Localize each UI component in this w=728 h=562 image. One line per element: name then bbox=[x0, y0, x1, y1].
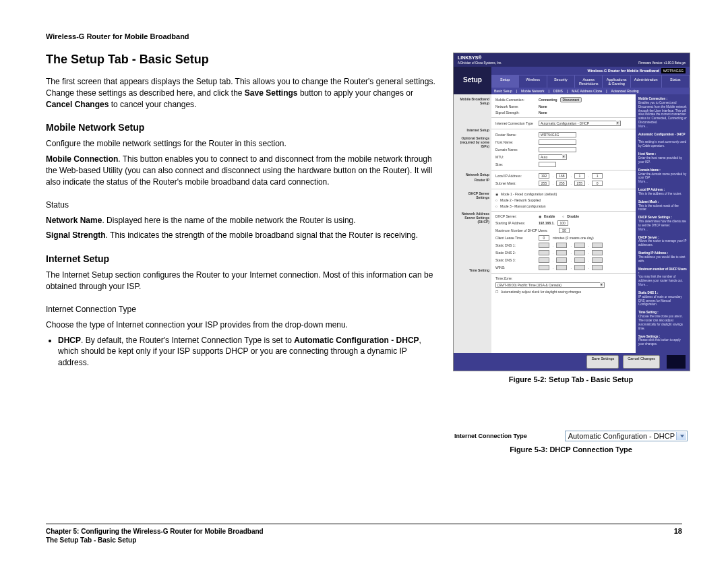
tab-access[interactable]: Access Restrictions bbox=[575, 75, 603, 88]
heading-ict: Internet Connection Type bbox=[46, 305, 437, 314]
doc-header: Wireless-G Router for Mobile Broadband bbox=[46, 32, 682, 40]
heading-internet-setup: Internet Setup bbox=[46, 253, 437, 264]
ss-button-bar: Save Settings Cancel Changes bbox=[454, 353, 690, 371]
mode2-radio[interactable] bbox=[495, 198, 497, 202]
cancel-changes-button[interactable]: Cancel Changes bbox=[623, 355, 660, 369]
ss-main-tabs: Setup Wireless Security Access Restricti… bbox=[491, 75, 690, 88]
footer-page-number: 18 bbox=[674, 527, 682, 544]
router-ui-screenshot: LINKSYS®A Division of Cisco Systems, Inc… bbox=[453, 53, 690, 371]
disconnect-button[interactable]: Disconnect bbox=[560, 97, 582, 102]
host-name-input[interactable] bbox=[539, 139, 576, 145]
save-settings-button[interactable]: Save Settings bbox=[586, 355, 619, 369]
chevron-down-icon bbox=[680, 435, 684, 437]
tz-select[interactable]: (GMT-08:00) Pacific Time (USA & Canada) bbox=[495, 282, 605, 288]
main-columns: The Setup Tab - Basic Setup The first sc… bbox=[46, 53, 682, 454]
tab-security[interactable]: Security bbox=[547, 75, 575, 88]
fig53-label: Internet Connection Type bbox=[454, 433, 527, 439]
tab-apps[interactable]: Applications & Gaming bbox=[603, 75, 630, 88]
tab-status[interactable]: Status bbox=[662, 75, 690, 88]
document-page: Wireless-G Router for Mobile Broadband T… bbox=[0, 0, 728, 562]
mobile-config-text: Configure the mobile network settings fo… bbox=[46, 138, 437, 150]
ss-help: Mobile Connection :Enables you to Connec… bbox=[636, 94, 690, 353]
ict-list: DHCP. By default, the Router's Internet … bbox=[58, 335, 437, 369]
dhcp-bullet: DHCP. By default, the Router's Internet … bbox=[58, 335, 437, 369]
network-name-text: Network Name. Displayed here is the name… bbox=[46, 215, 437, 226]
fig53-select[interactable]: Automatic Configuration - DHCP bbox=[565, 431, 688, 441]
tab-wireless[interactable]: Wireless bbox=[519, 75, 547, 88]
page-footer: Chapter 5: Configuring the Wireless-G Ro… bbox=[46, 524, 682, 544]
mtu-select[interactable]: Auto bbox=[539, 154, 567, 160]
dhcp-enable-radio[interactable] bbox=[539, 214, 541, 218]
left-column: The Setup Tab - Basic Setup The first sc… bbox=[46, 53, 437, 454]
router-name-input[interactable]: WRT54G3G bbox=[539, 132, 576, 137]
figure-5-2: LINKSYS®A Division of Cisco Systems, Inc… bbox=[453, 53, 689, 383]
footer-chapter: Chapter 5: Configuring the Wireless-G Ro… bbox=[46, 527, 264, 536]
footer-section: The Setup Tab - Basic Setup bbox=[46, 536, 264, 544]
mode3-radio[interactable] bbox=[495, 204, 497, 208]
internet-setup-text: The Internet Setup section configures th… bbox=[46, 270, 437, 292]
tab-setup[interactable]: Setup bbox=[491, 75, 519, 88]
figure-5-3-caption: Figure 5-3: DHCP Connection Type bbox=[453, 445, 689, 454]
ss-header: Setup Wireless-G Router for Mobile Broad… bbox=[454, 67, 690, 94]
ss-subtabs: Basic Setup | Mobile Network | DDNS | MA… bbox=[491, 88, 690, 94]
ss-brandbar: LINKSYS®A Division of Cisco Systems, Inc… bbox=[454, 53, 690, 67]
dhcp-disable-radio[interactable] bbox=[562, 214, 564, 218]
ss-sidebar: Mobile Broadband Setup Internet Setup Op… bbox=[454, 94, 491, 353]
ict-text: Choose the type of Internet connection y… bbox=[46, 319, 437, 331]
intro-paragraph: The first screen that appears displays t… bbox=[46, 76, 437, 110]
heading-mobile-network-setup: Mobile Network Setup bbox=[46, 122, 437, 133]
heading-status: Status bbox=[46, 200, 437, 210]
ss-section-title: Setup bbox=[454, 67, 491, 94]
ss-form: Mobile Connection:Connecting Disconnect … bbox=[491, 94, 636, 353]
ict-select[interactable]: Automatic Configuration - DHCP bbox=[539, 121, 621, 126]
mobile-connection-text: Mobile Connection. This button enables y… bbox=[46, 154, 437, 187]
domain-name-input[interactable] bbox=[539, 147, 576, 152]
figure-5-3: Internet Connection Type Automatic Confi… bbox=[453, 431, 689, 454]
tab-admin[interactable]: Administration bbox=[631, 75, 662, 88]
signal-strength-text: Signal Strength. This indicates the stre… bbox=[46, 230, 437, 241]
figure-5-2-caption: Figure 5-2: Setup Tab - Basic Setup bbox=[453, 375, 689, 383]
right-column: LINKSYS®A Division of Cisco Systems, Inc… bbox=[453, 53, 689, 454]
mode1-radio[interactable] bbox=[495, 192, 498, 196]
ss-tabs-wrap: Wireless-G Router for Mobile Broadband W… bbox=[491, 67, 690, 94]
cisco-logo-icon bbox=[667, 355, 686, 369]
page-title: The Setup Tab - Basic Setup bbox=[46, 53, 437, 67]
